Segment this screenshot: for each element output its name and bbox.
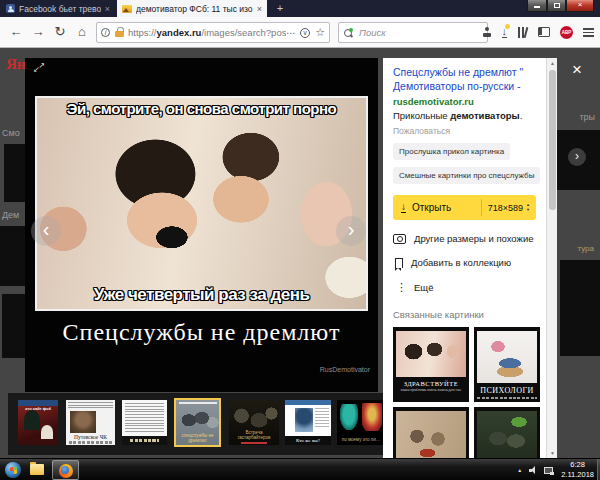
reload-button[interactable]: ↻ [50,21,70,43]
volume-icon[interactable] [529,466,537,474]
scroll-up-icon[interactable]: ▲ [547,60,558,66]
background-text: тры [579,112,595,122]
search-badge [349,28,353,32]
tray-time: 6:28 [570,460,585,469]
tag-chip[interactable]: Смешные картинки про спецслужбы [393,167,540,184]
thumbnail-caption: спецслужбы не дремлют [176,434,219,444]
thumbnail-caption: Встреча гастарбайтеров [229,431,279,441]
strip-thumbnail[interactable]: это сайт фсб [18,400,58,445]
tab-close-icon[interactable]: × [105,4,110,14]
fullscreen-icon[interactable]: ↗ ↙ [33,62,45,74]
windows-taskbar: ▲ 6:28 2.11.2018 [0,458,600,480]
strip-thumbnail[interactable]: по моему это пи… [337,400,385,445]
search-icon[interactable] [344,29,352,37]
firefox-taskbar-button[interactable] [52,460,79,480]
background-text: Смо [2,128,20,138]
clock[interactable]: 6:28 2.11.2018 [561,460,594,480]
panel-scrollbar[interactable]: ▲ ▼ [546,58,557,458]
scroll-down-icon[interactable]: ▼ [547,450,558,456]
thumbnail-strip: это сайт фсб Путевское ЧК спецслужбы не … [8,393,385,455]
related-images-header: Связанные картинки [393,309,536,320]
start-button[interactable] [5,462,21,478]
maximize-button[interactable] [547,0,566,12]
demotivator-caption: Спецслужбы не дремлют [25,319,378,346]
menu-icon[interactable] [583,28,594,37]
tab-facebook[interactable]: Facebook бьет тревогу: польз × [1,0,115,17]
image-viewer: ↗ ↙ Эй, смотрите, он снова смотрит порно… [25,58,378,392]
related-image[interactable]: ПСИХОЛОГИ [474,327,540,402]
tab-close-icon[interactable]: × [257,4,262,14]
background-text: тура [577,244,594,253]
search-input[interactable] [357,26,482,39]
open-image-button[interactable]: ↓Открыть 718×589 ▲▼ [393,195,536,220]
download-icon: ↓ [401,202,406,213]
forward-button[interactable]: → [28,21,48,43]
other-sizes-button[interactable]: Другие размеры и похожие [393,233,536,244]
tray-expand-icon[interactable]: ▲ [517,467,522,473]
related-image[interactable]: Самокритично [393,407,469,458]
tab-demotivator[interactable]: демотиватор ФСб: 11 тыс изо × [117,0,267,17]
bookmark-icon [395,258,403,268]
extension-icon[interactable] [482,27,492,37]
next-image-button[interactable]: › [336,216,366,246]
yandex-logo-fragment: Ян [6,56,25,73]
close-viewer-button[interactable]: × [567,60,587,80]
source-site-link[interactable]: rusdemotivator.ru [393,96,536,107]
thumbnail-caption: по моему это пи… [337,438,385,443]
site-info-icon[interactable]: i [101,28,110,37]
strip-thumbnail-selected[interactable]: спецслужбы не дремлют [174,398,221,447]
size-selector[interactable]: 718×589 ▲▼ [481,199,536,216]
home-button[interactable]: ⌂ [72,21,92,43]
url-text: https://yandex.ru/images/search?pos=508&… [128,27,286,38]
report-link[interactable]: Пожаловаться [393,126,536,136]
add-to-collection-button[interactable]: Добавить в коллекцию [393,257,536,268]
strip-thumbnail[interactable]: Путевское ЧК [66,400,115,445]
background-text: Дем [2,210,19,220]
strip-thumbnail[interactable]: Встреча гастарбайтеров [229,400,279,445]
sidebar-icon[interactable] [538,27,550,37]
camera-search-icon [393,234,406,244]
url-actions: ⋯ ∨ ☆ [286,26,325,39]
back-button[interactable]: ← [6,21,26,43]
explorer-taskbar-icon[interactable] [30,464,44,475]
thumbnail-caption: Путевское ЧК [66,434,115,440]
download-icon[interactable]: ↓ [502,26,508,38]
bookmark-star-icon[interactable]: ☆ [315,26,325,39]
tab-title: демотиватор ФСб: 11 тыс изо [136,4,253,14]
strip-thumbnail[interactable] [122,400,167,445]
close-window-button[interactable]: × [566,0,594,12]
window-controls: × [527,0,594,12]
result-description: Прикольные демотиваторы. [393,110,536,121]
toolbar-icons: ↓ ABP [482,21,595,43]
thumbnail-caption: это сайт фсб [18,407,58,411]
lock-warning-icon[interactable] [115,31,124,37]
related-image[interactable]: матч Россия - Греция [474,407,540,458]
facebook-favicon [6,4,15,13]
library-icon[interactable] [517,27,528,38]
more-button[interactable]: ⋮ Ещё [393,281,536,294]
firefox-icon [59,464,73,478]
meme-top-text: Эй, смотрите, он снова смотрит порно [37,100,366,117]
result-title-link[interactable]: Спецслужбы не дремлют " Демотиваторы по-… [393,66,536,93]
page-actions-icon[interactable]: ⋯ [286,28,295,38]
watermark: RusDemotivator [320,366,370,373]
previous-image-button[interactable]: ‹ [31,216,61,246]
scrollbar-thumb[interactable] [549,70,556,210]
meme-image[interactable]: Эй, смотрите, он снова смотрит порно Уже… [35,96,368,311]
adblock-icon[interactable]: ABP [560,26,573,39]
network-icon[interactable] [544,466,554,475]
minimize-button[interactable] [527,0,547,12]
browser-window: Facebook бьет тревогу: польз × демотиват… [0,0,600,480]
search-bar [338,22,488,43]
tab-title: Facebook бьет тревогу: польз [19,4,101,14]
background-chevron-icon[interactable]: › [568,148,586,166]
download-badge [505,24,510,29]
address-bar[interactable]: i https://yandex.ru/images/search?pos=50… [96,22,330,43]
tag-chip[interactable]: Прослушка прикол картинка [393,143,510,160]
strip-thumbnail[interactable]: Кто же вы? [285,400,331,445]
windows-flag-icon [10,466,17,474]
related-image[interactable]: ЗДРАВСТВУЙТЕ ваша проблема очень важна д… [393,327,469,402]
new-tab-button[interactable]: + [272,0,288,17]
minimize-icon [534,6,540,8]
pocket-icon[interactable]: ∨ [300,28,310,38]
